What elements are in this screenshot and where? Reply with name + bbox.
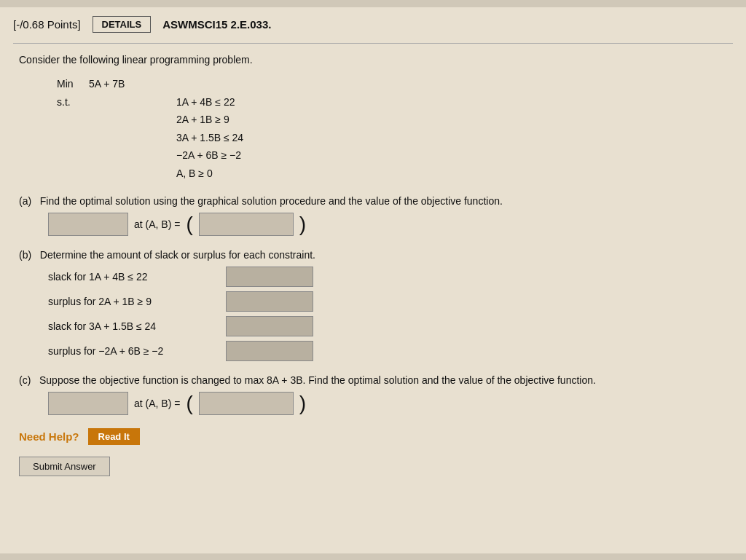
objective-label: Min [57,76,80,93]
part-a-close-paren: ) [299,214,306,234]
part-c-label: (c) Suppose the objective function is ch… [19,374,733,386]
need-help-row: Need Help? Read It [13,428,733,445]
part-c-letter: (c) [19,374,31,386]
slack-input-3[interactable] [226,341,313,361]
lp-block: Min 5A + 7B s.t. 1A + 4B ≤ 222A + 1B ≥ 9… [13,76,733,182]
part-c-answer-row: at (A, B) = ( ) [19,392,733,415]
part-a-block: (a) Find the optimal solution using the … [13,195,733,236]
slack-row-1: surplus for 2A + 1B ≥ 9 [48,291,733,312]
slack-label-1: surplus for 2A + 1B ≥ 9 [48,296,216,307]
part-b-question: Determine the amount of slack or surplus… [40,249,315,261]
submit-row: Submit Answer [13,457,733,476]
st-label: s.t. [57,94,80,111]
part-a-letter: (a) [19,195,31,207]
page-container: [-/0.68 Points] DETAILS ASWMSCI15 2.E.03… [0,7,746,553]
constraint-line-3: −2A + 6B ≥ −2 [176,146,243,165]
part-c-open-paren: ( [186,393,192,414]
part-a-label: (a) Find the optimal solution using the … [19,195,733,207]
slack-input-1[interactable] [226,291,313,312]
part-b-label: (b) Determine the amount of slack or sur… [19,249,733,261]
slack-input-2[interactable] [226,316,313,336]
part-c-point-input[interactable] [199,392,294,415]
details-button[interactable]: DETAILS [93,16,152,33]
slack-label-2: slack for 3A + 1.5B ≤ 24 [48,320,216,332]
slack-label-3: surplus for −2A + 6B ≥ −2 [48,345,216,357]
slack-row-3: surplus for −2A + 6B ≥ −2 [48,341,733,361]
submit-button[interactable]: Submit Answer [19,457,110,476]
part-b-letter: (b) [19,249,31,261]
points-label: [-/0.68 Points] [13,18,81,31]
header-row: [-/0.68 Points] DETAILS ASWMSCI15 2.E.03… [13,16,733,33]
problem-statement: Consider the following linear programmin… [13,54,733,66]
part-a-question: Find the optimal solution using the grap… [40,195,503,207]
st-row: s.t. 1A + 4B ≤ 222A + 1B ≥ 93A + 1.5B ≤ … [57,93,733,183]
part-b-block: (b) Determine the amount of slack or sur… [13,249,733,361]
part-c-obj-input[interactable] [48,392,128,415]
constraint-line-1: 2A + 1B ≥ 9 [176,111,243,129]
part-a-obj-input[interactable] [48,213,128,236]
constraint-line-0: 1A + 4B ≤ 22 [176,93,243,111]
slack-row-0: slack for 1A + 4B ≤ 22 [48,267,733,287]
slack-row-2: slack for 3A + 1.5B ≤ 24 [48,316,733,336]
slack-label-0: slack for 1A + 4B ≤ 22 [48,271,216,283]
part-c-question: Suppose the objective function is change… [39,374,596,386]
part-a-point-input[interactable] [199,213,294,236]
read-it-button[interactable]: Read It [88,428,140,445]
problem-code: ASWMSCI15 2.E.033. [162,18,271,31]
need-help-label: Need Help? [19,430,79,443]
objective-expr: 5A + 7B [89,76,125,93]
part-c-block: (c) Suppose the objective function is ch… [13,374,733,415]
slack-input-0[interactable] [226,267,313,287]
part-c-close-paren: ) [299,393,306,414]
constraints-block: 1A + 4B ≤ 222A + 1B ≥ 93A + 1.5B ≤ 24−2A… [89,93,243,183]
part-a-at-label: at (A, B) = [134,218,180,230]
part-a-answer-row: at (A, B) = ( ) [19,213,733,236]
slack-table: slack for 1A + 4B ≤ 22surplus for 2A + 1… [19,267,733,361]
part-a-open-paren: ( [186,214,192,234]
header-divider [13,43,733,44]
part-c-at-label: at (A, B) = [134,398,180,409]
objective-row: Min 5A + 7B [57,76,733,93]
constraint-line-4: A, B ≥ 0 [176,165,243,183]
constraint-line-2: 3A + 1.5B ≤ 24 [176,129,243,147]
